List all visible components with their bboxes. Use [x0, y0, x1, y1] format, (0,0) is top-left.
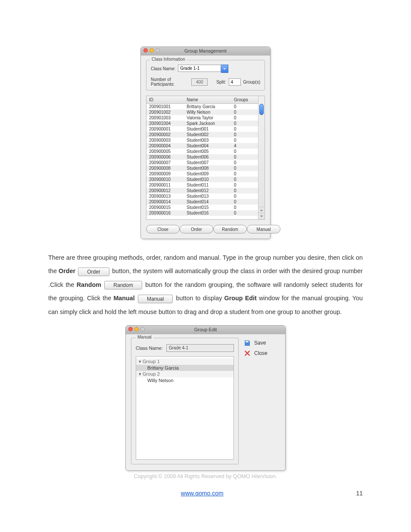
close-icon[interactable] — [128, 327, 133, 331]
cell-name: Student006 — [184, 154, 231, 160]
table-row[interactable]: 200900001Student0010 — [146, 126, 258, 132]
table-row[interactable]: 200900016Student0160 — [146, 210, 258, 216]
zoom-icon[interactable] — [140, 327, 145, 331]
cell-groups: 0 — [231, 165, 258, 171]
cell-groups: 0 — [231, 154, 258, 160]
zoom-icon[interactable] — [156, 48, 160, 53]
cell-id: 200901003 — [146, 115, 184, 121]
desc-manual-bold: Manual — [113, 295, 134, 302]
table-row[interactable]: 200900013Student0130 — [146, 193, 258, 199]
cell-name: Student008 — [184, 165, 231, 171]
manual-fieldset: Manual Class Name: Group 1Brittany Garci… — [131, 338, 239, 464]
cell-groups: 0 — [231, 205, 258, 210]
table-row[interactable]: 200900003Student0030 — [146, 137, 258, 143]
group-header[interactable]: Group 2 — [136, 371, 234, 377]
table-row[interactable]: 200900006Student0060 — [146, 154, 258, 160]
table-row[interactable]: 200900004Student0044 — [146, 143, 258, 149]
close-button[interactable]: Close — [146, 225, 180, 233]
group-tree[interactable]: Group 1Brittany GarciaGroup 2Willy Nelso… — [136, 356, 234, 460]
cell-name: Student003 — [184, 137, 231, 143]
class-name-dropdown-icon[interactable] — [221, 65, 228, 73]
close-label: Close — [254, 350, 268, 356]
cell-id: 200900004 — [146, 143, 184, 149]
cell-groups: 0 — [231, 188, 258, 193]
minimize-icon[interactable] — [134, 327, 139, 331]
table-row[interactable]: 200900011Student0110 — [146, 182, 258, 188]
split-suffix: Group(s) — [243, 80, 260, 84]
cell-id: 200900010 — [146, 177, 184, 182]
cell-groups: 0 — [231, 121, 258, 126]
cell-groups: 0 — [231, 126, 258, 132]
cell-name: Student015 — [184, 205, 231, 210]
group-header[interactable]: Group 1 — [136, 358, 234, 365]
cell-groups: 0 — [231, 210, 258, 216]
cell-name: Brittany Garcia — [184, 104, 231, 110]
close-icon[interactable] — [143, 48, 148, 53]
window-titlebar[interactable]: Group Edit — [126, 326, 285, 334]
cell-name: Student007 — [184, 160, 231, 165]
split-field[interactable] — [229, 78, 241, 86]
cell-groups: 0 — [231, 182, 258, 188]
cell-groups: 4 — [231, 143, 258, 149]
desc-part: button to display — [176, 295, 224, 302]
cell-id: 200901001 — [146, 104, 184, 110]
cell-groups: 0 — [231, 115, 258, 121]
scroll-down-icon[interactable] — [258, 213, 265, 219]
cell-name: Student016 — [184, 210, 231, 216]
table-row[interactable]: 200900014Student0140 — [146, 199, 258, 205]
scroll-up-icon[interactable] — [258, 207, 265, 213]
col-id[interactable]: ID — [146, 96, 184, 104]
scrollbar[interactable] — [258, 96, 265, 219]
cell-id: 200900016 — [146, 210, 184, 216]
cell-name: Student004 — [184, 143, 231, 149]
save-button[interactable]: Save — [244, 339, 280, 346]
cell-id: 200900009 — [146, 171, 184, 177]
diskette-icon — [244, 339, 251, 346]
window-title: Group Management — [184, 48, 227, 53]
manual-inline-button[interactable]: Manual — [138, 295, 173, 303]
cell-groups: 0 — [231, 137, 258, 143]
minimize-icon[interactable] — [149, 48, 154, 53]
group-management-window: Group Management Class Information Class… — [140, 47, 271, 239]
footer-link[interactable]: www.qomo.com — [181, 490, 224, 497]
scroll-thumb[interactable] — [259, 104, 264, 115]
table-row[interactable]: 200900012Student0120 — [146, 188, 258, 193]
table-row[interactable]: 200900005Student0050 — [146, 149, 258, 154]
cell-name: Student005 — [184, 149, 231, 154]
manual-button[interactable]: Manual — [247, 225, 280, 233]
group-member[interactable]: Willy Nelson — [136, 377, 234, 383]
cell-id: 200900008 — [146, 165, 184, 171]
table-row[interactable]: 200901001Brittany Garcia0 — [146, 104, 258, 110]
table-row[interactable]: 200900009Student0090 — [146, 171, 258, 177]
class-info-fieldset: Class Information Class Name: Number of … — [146, 60, 265, 90]
table-row[interactable]: 200900002Student0020 — [146, 132, 258, 137]
table-row[interactable]: 200900008Student0080 — [146, 165, 258, 171]
class-name-field — [166, 344, 234, 352]
table-row[interactable]: 200900015Student0150 — [146, 205, 258, 210]
cell-name: Student014 — [184, 199, 231, 205]
cell-name: Student010 — [184, 177, 231, 182]
col-name[interactable]: Name — [184, 96, 231, 104]
group-member[interactable]: Brittany Garcia — [136, 365, 234, 371]
cell-name: Willy Nelson — [184, 109, 231, 115]
window-titlebar[interactable]: Group Management — [141, 47, 270, 56]
table-row[interactable]: 200901003Valonia Taylor0 — [146, 115, 258, 121]
table-row[interactable]: 200900007Student0070 — [146, 160, 258, 165]
cell-id: 200900014 — [146, 199, 184, 205]
page-number: 11 — [356, 490, 363, 497]
cell-groups: 0 — [231, 199, 258, 205]
cell-id: 200901004 — [146, 121, 184, 126]
close-button[interactable]: Close — [244, 350, 280, 357]
class-name-select[interactable] — [178, 65, 221, 72]
order-inline-button[interactable]: Order — [78, 268, 109, 276]
table-row[interactable]: 200901002Willy Nelson0 — [146, 109, 258, 115]
cell-name: Student012 — [184, 188, 231, 193]
random-inline-button[interactable]: Random — [104, 281, 142, 289]
random-button[interactable]: Random — [213, 225, 247, 233]
order-button[interactable]: Order — [180, 225, 213, 233]
table-row[interactable]: 200900010Student0100 — [146, 177, 258, 182]
col-groups[interactable]: Groups — [231, 96, 258, 104]
cell-id: 200900007 — [146, 160, 184, 165]
table-row[interactable]: 200901004Spark Jackson0 — [146, 121, 258, 126]
fieldset-legend: Class Information — [150, 57, 187, 62]
